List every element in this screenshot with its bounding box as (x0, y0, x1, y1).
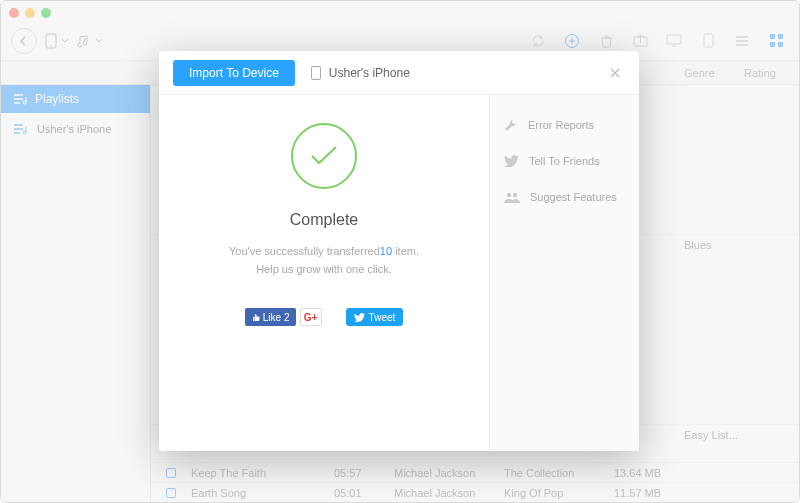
side-item-label: Tell To Friends (529, 155, 600, 167)
side-item-label: Suggest Features (530, 191, 617, 203)
import-to-device-button[interactable]: Import To Device (173, 60, 295, 86)
success-check-icon (291, 123, 357, 189)
svg-point-14 (315, 77, 316, 78)
phone-icon (311, 66, 321, 80)
modal-subtitle: You've successfully transferred10 item. … (229, 243, 419, 278)
transfer-complete-modal: Import To Device Usher's iPhone Complete… (159, 51, 639, 451)
users-icon (504, 192, 520, 203)
facebook-like-button[interactable]: Like 2 (245, 308, 296, 326)
modal-title: Complete (290, 211, 358, 229)
tell-to-friends-link[interactable]: Tell To Friends (490, 143, 639, 179)
app-window: Genre Rating Playlists Usher's iPhone Bl… (0, 0, 800, 503)
twitter-icon (354, 313, 365, 322)
svg-point-15 (507, 192, 511, 196)
suggest-features-link[interactable]: Suggest Features (490, 179, 639, 215)
modal-main: Complete You've successfully transferred… (159, 95, 489, 451)
thumbs-up-icon (251, 313, 260, 322)
modal-device-tab[interactable]: Usher's iPhone (311, 66, 410, 80)
svg-point-16 (513, 192, 517, 196)
close-icon (609, 67, 621, 79)
error-reports-link[interactable]: Error Reports (490, 107, 639, 143)
wrench-icon (504, 118, 518, 132)
modal-device-label: Usher's iPhone (329, 66, 410, 80)
twitter-icon (504, 155, 519, 167)
modal-side-panel: Error Reports Tell To Friends Suggest Fe… (489, 95, 639, 451)
google-plus-button[interactable]: G+ (300, 308, 322, 326)
social-buttons: Like 2 G+ Tweet (245, 308, 404, 326)
modal-header: Import To Device Usher's iPhone (159, 51, 639, 95)
tweet-button[interactable]: Tweet (346, 308, 404, 326)
import-button-label: Import To Device (189, 66, 279, 80)
side-item-label: Error Reports (528, 119, 594, 131)
modal-close-button[interactable] (605, 63, 625, 83)
